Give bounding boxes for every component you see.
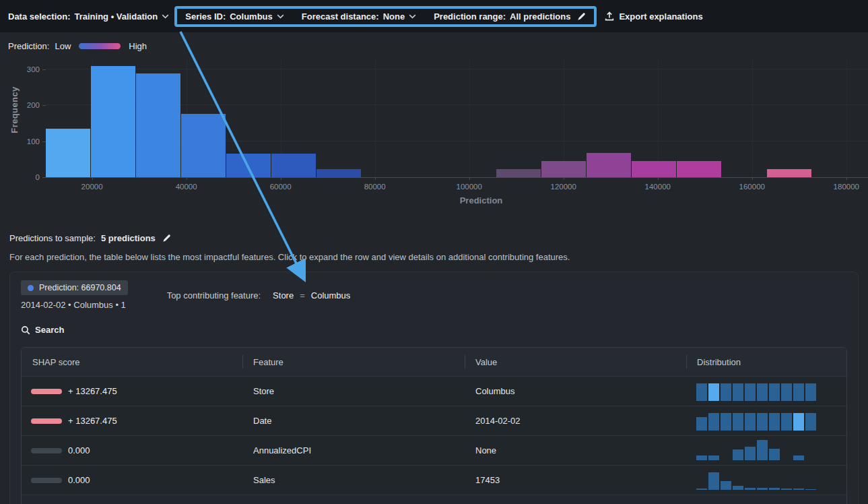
histogram-bar[interactable] bbox=[136, 73, 180, 177]
histogram-bar[interactable] bbox=[226, 154, 271, 177]
distribution-bar bbox=[745, 488, 756, 490]
search-toggle[interactable]: Search bbox=[21, 325, 847, 335]
histogram-bar[interactable] bbox=[46, 129, 90, 177]
top-contributing-feature: Top contributing feature: Store = Columb… bbox=[167, 290, 351, 301]
prediction-badge-label: Prediction: 66970.804 bbox=[39, 283, 121, 292]
legend-low-label: Low bbox=[55, 41, 71, 51]
distribution-cell bbox=[686, 377, 846, 406]
distribution-bar bbox=[781, 489, 792, 490]
distribution-bar bbox=[793, 413, 804, 431]
value-cell: None bbox=[465, 445, 686, 455]
table-row[interactable]: 0.000AnnualizedCPINone bbox=[22, 435, 846, 465]
distribution-bar bbox=[805, 383, 816, 401]
feature-cell: Date bbox=[242, 416, 465, 426]
distribution-cell bbox=[686, 466, 846, 495]
distribution-bar bbox=[696, 383, 707, 401]
x-axis-label: Prediction bbox=[94, 195, 868, 206]
chevron-down-icon bbox=[409, 14, 416, 19]
histogram-bar[interactable] bbox=[541, 161, 586, 177]
legend-high-label: High bbox=[129, 41, 147, 51]
toolbar: Data selection: Training • Validation Se… bbox=[0, 0, 868, 32]
histogram-bar[interactable] bbox=[316, 169, 361, 177]
shap-score-bar bbox=[31, 448, 62, 453]
forecast-distance-dropdown[interactable]: Forecast distance: None bbox=[302, 11, 416, 22]
distribution-bar bbox=[793, 455, 804, 460]
x-tick-label: 80000 bbox=[364, 183, 386, 191]
shap-table-body: + 13267.475StoreColumbus+ 13267.475Date2… bbox=[22, 376, 846, 495]
histogram-bar[interactable] bbox=[181, 114, 226, 177]
histogram-bar[interactable] bbox=[587, 153, 631, 177]
distribution-bar bbox=[696, 455, 707, 460]
data-selection-label: Data selection: bbox=[8, 11, 70, 22]
x-tick-mark bbox=[846, 177, 847, 180]
series-id-dropdown[interactable]: Series ID: Columbus bbox=[185, 11, 284, 22]
y-tick-mark bbox=[42, 69, 46, 70]
distribution-bar bbox=[708, 455, 719, 460]
shap-score-bar bbox=[31, 389, 62, 394]
histogram-bar[interactable] bbox=[677, 161, 721, 177]
x-tick-label: 160000 bbox=[739, 183, 765, 191]
column-header[interactable]: Value bbox=[465, 348, 686, 376]
distribution-bar bbox=[805, 489, 816, 490]
shap-score-cell: 0.000 bbox=[22, 475, 242, 485]
pencil-icon[interactable] bbox=[577, 12, 586, 21]
prediction-subtitle: 2014-02-02 • Columbus • 1 bbox=[21, 300, 128, 310]
distribution-bar bbox=[769, 449, 780, 460]
table-row[interactable]: 0.000Sales17453 bbox=[22, 465, 846, 495]
table-row-partial[interactable] bbox=[22, 495, 846, 504]
distribution-bar bbox=[757, 440, 768, 460]
histogram-bar[interactable] bbox=[271, 154, 316, 177]
distribution-bar bbox=[745, 447, 756, 460]
distribution-bar bbox=[733, 383, 743, 401]
column-header[interactable]: SHAP score bbox=[22, 348, 242, 376]
gridline bbox=[658, 59, 659, 177]
distribution-histogram bbox=[696, 470, 816, 490]
table-row[interactable]: + 13267.475StoreColumbus bbox=[22, 376, 846, 406]
x-tick-label: 20000 bbox=[81, 183, 103, 191]
gridline bbox=[846, 59, 847, 177]
distribution-bar bbox=[733, 486, 743, 490]
distribution-bar bbox=[708, 383, 719, 401]
gridline bbox=[375, 59, 376, 177]
distribution-bar bbox=[793, 383, 804, 401]
export-explanations-button[interactable]: Export explanations bbox=[605, 11, 702, 22]
distribution-bar bbox=[781, 413, 792, 431]
chevron-down-icon bbox=[277, 14, 284, 19]
column-header[interactable]: Feature bbox=[242, 348, 465, 376]
distribution-histogram bbox=[696, 440, 816, 460]
x-tick-mark bbox=[564, 177, 564, 180]
distribution-bar bbox=[745, 413, 756, 431]
predictions-to-sample-row: Predictions to sample: 5 predictions bbox=[9, 233, 868, 243]
distribution-bar bbox=[805, 413, 816, 431]
table-row[interactable]: + 13267.475Date2014-02-02 bbox=[22, 406, 846, 435]
distribution-bar bbox=[757, 383, 768, 401]
shap-score-bar bbox=[31, 478, 62, 483]
pencil-icon[interactable] bbox=[162, 234, 171, 243]
distribution-bar bbox=[708, 472, 719, 490]
data-selection-dropdown[interactable]: Data selection: Training • Validation bbox=[8, 11, 169, 22]
shap-score-bar bbox=[31, 418, 62, 424]
forecast-distance-value: None bbox=[383, 11, 405, 22]
x-tick-label: 100000 bbox=[457, 183, 482, 191]
prediction-summary: Prediction: 66970.804 2014-02-02 • Colum… bbox=[21, 280, 128, 310]
upload-icon bbox=[605, 11, 614, 21]
prediction-range-editor[interactable]: Prediction range: All predictions bbox=[434, 11, 586, 22]
distribution-histogram bbox=[696, 410, 816, 431]
gridline bbox=[469, 59, 470, 177]
distribution-bar bbox=[721, 383, 731, 401]
distribution-bar bbox=[769, 383, 780, 401]
x-tick-mark bbox=[469, 177, 470, 180]
y-tick-label: 100 bbox=[27, 137, 40, 146]
shap-score-cell: 0.000 bbox=[22, 445, 242, 455]
histogram-bar[interactable] bbox=[496, 169, 541, 177]
x-tick-mark bbox=[658, 177, 659, 180]
prediction-range-value: All predictions bbox=[510, 11, 570, 22]
histogram-bar[interactable] bbox=[767, 169, 811, 177]
column-header[interactable]: Distribution bbox=[686, 348, 846, 376]
histogram-bar[interactable] bbox=[91, 66, 135, 177]
predictions-to-sample-value: 5 predictions bbox=[101, 233, 156, 243]
histogram-bar[interactable] bbox=[632, 161, 676, 177]
y-tick-label: 0 bbox=[36, 173, 40, 181]
x-tick-label: 40000 bbox=[176, 183, 197, 191]
distribution-bar bbox=[721, 481, 731, 490]
